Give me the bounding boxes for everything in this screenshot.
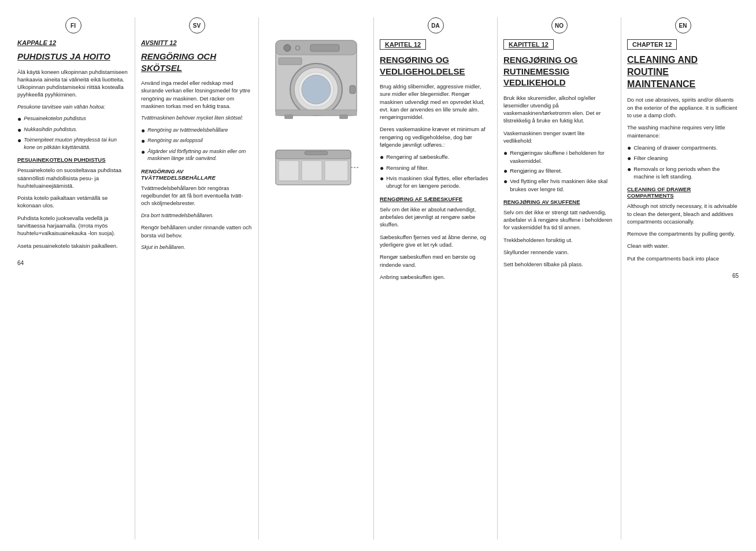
page: FI KAPPALE 12 PUHDISTUS JA HOITO Älä käy…: [0, 0, 756, 551]
no-section-header: RENGJØRING AV SKUFFENE: [503, 199, 615, 205]
washing-machine-image: [264, 23, 368, 127]
sv-sub-intro: Tvättmaskinen behöver mycket liten sköts…: [141, 114, 253, 122]
da-bullet-3: ● Hvis maskinen skal flyttes, eller efte…: [380, 174, 491, 190]
da-bullet-2: ● Rensning af filter.: [380, 164, 491, 172]
column-da: DA KAPITEL 12 RENGØRING OG VEDLIGEHOLDEL…: [374, 17, 497, 539]
en-page-number: 65: [627, 267, 739, 279]
no-sub-intro: Vaskemaskinen trenger svært lite vedlike…: [503, 129, 615, 145]
fi-intro: Älä käytä koneen ulkopinnan puhdistamise…: [17, 68, 129, 99]
svg-rect-4: [310, 44, 339, 51]
svg-rect-19: [305, 151, 328, 155]
fi-lang-badge: FI: [17, 17, 129, 36]
fi-chapter-title: PUHDISTUS JA HOITO: [17, 51, 129, 62]
svg-rect-16: [279, 161, 299, 181]
da-bullet-1: ● Rengøring af sæbeskuffe.: [380, 153, 491, 161]
en-bullet-2: ● Filter cleaning: [627, 154, 739, 162]
da-section-header: RENGØRING AF SÆBESKUFFE: [380, 196, 491, 202]
column-en: EN CHAPTER 12 CLEANING AND ROUTINE MAINT…: [621, 17, 744, 539]
drawer-image: [270, 139, 362, 196]
sv-chapter-title: RENGÖRING OCH SKÖTSEL: [141, 51, 253, 73]
da-section-p2: Sæbeskuffen fjernes ved at åbne denne, o…: [380, 233, 491, 249]
da-lang-badge: DA: [380, 17, 491, 36]
sv-section-p3: Rengör behållaren under rinnande vatten …: [141, 224, 253, 239]
sv-section-p1: Tvättmedelsbehållaren bör rengöras regel…: [141, 184, 253, 207]
no-section-p4: Sett beholderen tilbake på plass.: [503, 260, 615, 268]
no-bullet-2: ● Rengjøring av filteret.: [503, 167, 615, 175]
sv-chapter-label: AVSNITT 12: [141, 39, 253, 46]
sv-section-p2: Dra bort tvättmedelsbehållaren.: [141, 212, 253, 219]
en-intro: Do not use abrasives, spirits and/or dil…: [627, 96, 739, 119]
no-section-p3: Skyllunder rennende vann.: [503, 248, 615, 256]
en-section-p1: Although not strictly necessary, it is a…: [627, 202, 739, 225]
no-chapter-label: KAPITTEL 12: [503, 39, 554, 50]
da-section-p3: Rengør sæbeskuffen med en børste og rind…: [380, 253, 491, 269]
svg-rect-17: [302, 161, 322, 181]
no-bullet-1: ● Rengjøringav skuffene i beholderen for…: [503, 149, 615, 165]
fi-section-p3: Puhdista kotelo juoksevalla vedellä ja t…: [17, 214, 129, 237]
sv-bullet-1: ● Rengöring av tvättmedelsbehållare: [141, 126, 253, 135]
fi-sub-intro: Pesukone tarvitsee vain vähän hoitoa:: [17, 103, 129, 111]
en-bullet-3: ● Removals or long periods when the mach…: [627, 165, 739, 181]
en-chapter-title: CLEANING AND ROUTINE MAINTENANCE: [627, 54, 739, 90]
sv-lang-badge: SV: [141, 17, 253, 36]
svg-rect-18: [325, 161, 348, 181]
sv-bullet-2: ● Rengöring av avloppssil: [141, 137, 253, 145]
main-layout: FI KAPPALE 12 PUHDISTUS JA HOITO Älä käy…: [12, 17, 744, 539]
column-fi: FI KAPPALE 12 PUHDISTUS JA HOITO Älä käy…: [12, 17, 135, 539]
svg-rect-10: [279, 58, 302, 65]
sv-section-header: RENGÖRING AV TVÄTTMEDELSBEHÅLLARE: [141, 168, 253, 181]
no-bullet-3: ● Ved flytting eller hvis maskinen ikke …: [503, 177, 615, 193]
no-lang-badge: NO: [503, 17, 615, 36]
sv-section-p4: Skjut in behållaren.: [141, 244, 253, 251]
fi-section-p4: Aseta pesuainekotelo takaisin paikalleen…: [17, 242, 129, 250]
en-chapter-label: CHAPTER 12: [627, 39, 677, 50]
en-sub-intro: The washing machine requires very little…: [627, 124, 739, 139]
da-section-p1: Selv om det ikke er absolut nødvendigt, …: [380, 206, 491, 229]
svg-point-8: [302, 75, 331, 104]
fi-chapter-label: KAPPALE 12: [17, 39, 129, 46]
da-intro: Brug aldrig slibemidler, aggressive midl…: [380, 83, 491, 121]
svg-point-2: [284, 44, 291, 51]
fi-section-p1: Pesuainekotelo on suositeltavaa puhdista…: [17, 166, 129, 189]
sv-bullet-3: ● Åtgärder vid förflyttning av maskin el…: [141, 148, 253, 162]
center-images: [258, 17, 374, 539]
en-bullet-1: ● Cleaning of drawer compartments.: [627, 144, 739, 152]
fi-page-number: 64: [17, 254, 129, 266]
no-section-p1: Selv om det ikke er strengt tatt nødvend…: [503, 209, 615, 232]
fi-bullet-3: ● Toimenpiteet muuton yhteydessä tai kun…: [17, 136, 129, 151]
da-sub-intro: Deres vaskemaskine kræver et minimum af …: [380, 125, 491, 148]
en-lang-badge: EN: [627, 17, 739, 36]
svg-rect-9: [350, 85, 355, 94]
sv-intro: Använd inga medel eller redskap med skur…: [141, 79, 253, 110]
column-sv: SV AVSNITT 12 RENGÖRING OCH SKÖTSEL Anvä…: [135, 17, 258, 539]
no-chapter-title: RENGJØRING OG RUTINEMESSIG VEDLIKEHOLD: [503, 54, 615, 88]
svg-rect-13: [339, 114, 348, 119]
no-intro: Bruk ikke skuremidler, alkohol og/eller …: [503, 94, 615, 125]
da-section-p4: Anbring sæbeskuffen igen.: [380, 273, 491, 281]
en-section-p3: Clean with water.: [627, 242, 739, 250]
svg-point-3: [295, 46, 300, 50]
svg-rect-12: [284, 114, 293, 119]
da-chapter-label: KAPITEL 12: [380, 39, 426, 50]
en-section-p2: Remove the compartments by pulling gentl…: [627, 230, 739, 237]
en-section-p4: Put the compartments back into place: [627, 255, 739, 262]
no-section-p2: Trekkbeholderen forsiktig ut.: [503, 236, 615, 244]
fi-section-p2: Poista kotelo paikaltaan vetämällä se ko…: [17, 194, 129, 210]
fi-bullet-1: ● Pesuainekotelon puhdistus: [17, 115, 129, 123]
en-section-header: CLEANING OF DRAWER COMPARTMENTS: [627, 186, 739, 199]
fi-section-header: PESUAINEKOTELON PUHDISTUS: [17, 157, 129, 163]
column-no: NO KAPITTEL 12 RENGJØRING OG RUTINEMESSI…: [497, 17, 621, 539]
fi-bullet-2: ● Nukkasihdin puhdistus.: [17, 126, 129, 134]
da-chapter-title: RENGØRING OG VEDLIGEHOLDELSE: [380, 54, 491, 77]
